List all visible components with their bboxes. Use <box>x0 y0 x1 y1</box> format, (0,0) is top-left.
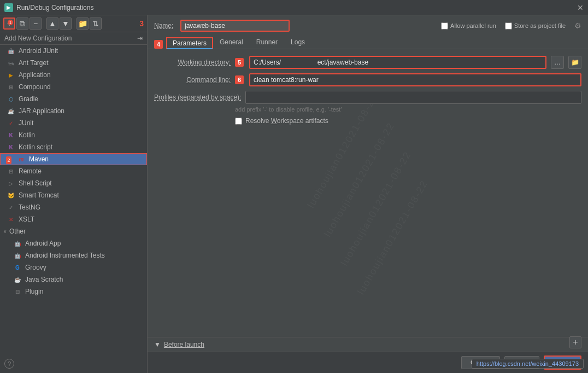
list-item-ant-target[interactable]: 🐜 Ant Target <box>0 57 147 69</box>
store-project-checkbox[interactable] <box>505 22 512 30</box>
gear-icon[interactable]: ⚙ <box>574 21 581 30</box>
list-item-jar-application[interactable]: ☕ JAR Application <box>0 105 147 117</box>
profiles-hint: add prefix '-' to disable profile, e.g. … <box>235 106 581 113</box>
before-launch-chevron: ▼ <box>154 341 161 348</box>
number-6-badge: 6 <box>235 75 244 84</box>
list-item-shell-script[interactable]: ▷ Shell Script <box>0 177 147 189</box>
sort-button[interactable]: ⇅ <box>90 18 102 30</box>
allow-parallel-checkbox[interactable] <box>441 22 448 30</box>
tab-runner[interactable]: Runner <box>250 36 284 49</box>
junit-label: JUnit <box>19 119 33 127</box>
list-item-groovy[interactable]: G Groovy <box>0 261 147 273</box>
list-item-compound[interactable]: ⊞ Compound <box>0 81 147 93</box>
smart-tomcat-icon: 🐱 <box>7 191 15 200</box>
command-line-label: Command line: <box>154 76 231 84</box>
list-item-plugin[interactable]: ⊟ Plugin <box>0 285 147 298</box>
before-launch-label: Before launch <box>164 341 204 348</box>
shell-icon: ▷ <box>7 179 15 188</box>
main-container: + 1 ⧉ − ▲ ▼ 📁 ⇅ 3 Add New Configuration … <box>0 15 588 373</box>
help-icon[interactable]: ? <box>4 359 14 369</box>
compound-label: Compound <box>19 83 51 91</box>
maven-label: Maven <box>29 155 49 163</box>
kotlin-label: Kotlin <box>19 131 35 139</box>
left-outer: + 1 ⧉ − ▲ ▼ 📁 ⇅ 3 Add New Configuration … <box>0 15 148 373</box>
plugin-icon: ⊟ <box>13 287 22 296</box>
profiles-input[interactable] <box>245 91 581 104</box>
application-label: Application <box>19 71 51 79</box>
toolbar: + 1 ⧉ − ▲ ▼ 📁 ⇅ 3 <box>0 15 147 32</box>
command-line-input[interactable] <box>249 73 581 86</box>
toolbar-separator <box>44 19 44 28</box>
add-button[interactable]: + 1 <box>3 18 15 30</box>
resolve-workspace-label: Resolve Workspace artifacts <box>245 117 328 125</box>
list-item-kotlin[interactable]: K Kotlin <box>0 129 147 141</box>
add-new-header: Add New Configuration ⇥ <box>0 32 147 45</box>
working-directory-row: Working directory: 5 … 📁 <box>154 56 581 69</box>
move-down-button[interactable]: ▼ <box>60 18 72 30</box>
list-item-android-junit[interactable]: 🤖 Android JUnit <box>0 45 147 57</box>
number-3-badge: 3 <box>139 19 144 28</box>
number-4-badge: 4 <box>154 40 163 49</box>
jar-application-label: JAR Application <box>19 107 64 115</box>
close-button[interactable]: ✕ <box>577 3 584 12</box>
working-dir-browse-btn[interactable]: … <box>551 56 564 69</box>
xslt-icon: ✕ <box>7 215 15 224</box>
list-item-xslt[interactable]: ✕ XSLT <box>0 213 147 225</box>
xslt-label: XSLT <box>19 215 34 223</box>
junit-icon: ✓ <box>7 119 15 127</box>
list-item-maven[interactable]: 2 m Maven <box>0 153 147 165</box>
android-app-label: Android App <box>25 240 61 247</box>
other-label: Other <box>9 228 26 235</box>
tabs-row: 4 Parameters General Runner Logs <box>148 36 588 49</box>
before-launch-header[interactable]: ▼ Before launch <box>154 341 581 348</box>
testng-label: TestNG <box>19 203 40 211</box>
tab-general[interactable]: General <box>213 36 250 49</box>
remote-label: Remote <box>19 167 42 175</box>
android-instrumented-icon: 🤖 <box>13 251 22 260</box>
resolve-underline: W <box>271 117 277 125</box>
store-project-label: Store as project file <box>514 22 566 29</box>
tab-logs[interactable]: Logs <box>284 36 311 49</box>
other-section-header[interactable]: ∨ Other <box>0 225 147 237</box>
working-dir-folder-btn[interactable]: 📁 <box>568 56 581 69</box>
window-title: Run/Debug Configurations <box>16 4 93 11</box>
list-item-java-scratch[interactable]: ☕ Java Scratch <box>0 273 147 285</box>
compound-icon: ⊞ <box>7 83 15 91</box>
before-launch-add-btn[interactable]: + <box>569 336 581 348</box>
content-area: Working directory: 5 … 📁 Command line: 6… <box>148 49 588 337</box>
shell-script-label: Shell Script <box>19 179 52 187</box>
android-instrumented-label: Android Instrumented Tests <box>25 252 105 259</box>
command-line-row: Command line: 6 <box>154 73 581 86</box>
collapse-icon[interactable]: ⇥ <box>137 34 143 42</box>
url-bar[interactable]: https://blog.csdn.net/weixin_44309173 <box>472 359 584 369</box>
title-bar: ▶ Run/Debug Configurations ✕ <box>0 0 588 15</box>
folder-button[interactable]: 📁 <box>77 18 89 30</box>
list-item-application[interactable]: ▶ Application <box>0 69 147 81</box>
move-up-button[interactable]: ▲ <box>46 18 58 30</box>
right-options: Allow parallel run Store as project file… <box>441 21 581 30</box>
add-new-label: Add New Configuration <box>4 34 72 42</box>
profiles-label: Profiles (separated by space): <box>154 94 241 101</box>
list-item-testng[interactable]: ✓ TestNG <box>0 201 147 213</box>
resolve-workspace-checkbox[interactable] <box>235 118 242 125</box>
name-label: Name: <box>154 22 176 30</box>
list-item-android-instrumented[interactable]: 🤖 Android Instrumented Tests <box>0 249 147 261</box>
plugin-label: Plugin <box>25 288 43 295</box>
working-directory-input[interactable] <box>249 56 546 69</box>
working-directory-label: Working directory: <box>154 59 231 66</box>
left-panel: + 1 ⧉ − ▲ ▼ 📁 ⇅ 3 Add New Configuration … <box>0 15 148 373</box>
delete-button[interactable]: − <box>30 18 42 30</box>
list-item-remote[interactable]: ⊟ Remote <box>0 165 147 177</box>
config-list[interactable]: 🤖 Android JUnit 🐜 Ant Target ▶ Applicati… <box>0 45 147 373</box>
app-icon: ▶ <box>4 3 13 12</box>
list-item-android-app[interactable]: 🤖 Android App <box>0 237 147 249</box>
list-item-kotlin-script[interactable]: K Kotlin script <box>0 141 147 153</box>
list-item-junit[interactable]: ✓ JUnit <box>0 117 147 129</box>
copy-button[interactable]: ⧉ <box>16 18 28 30</box>
list-item-gradle[interactable]: ⬡ Gradle <box>0 93 147 105</box>
tab-parameters[interactable]: Parameters <box>166 37 213 49</box>
list-item-smart-tomcat[interactable]: 🐱 Smart Tomcat <box>0 189 147 201</box>
android-junit-icon: 🤖 <box>7 46 15 55</box>
name-input[interactable] <box>180 20 290 32</box>
java-scratch-icon: ☕ <box>13 275 22 284</box>
